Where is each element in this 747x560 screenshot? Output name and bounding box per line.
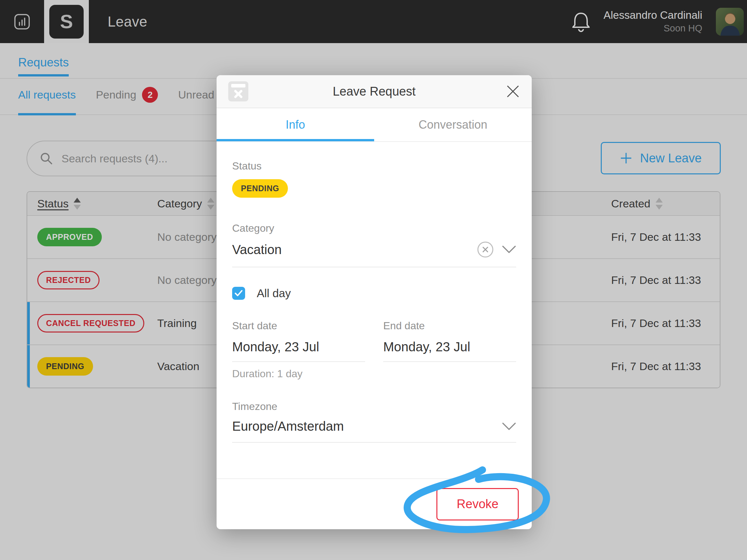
category-select[interactable]: Vacation — [232, 241, 516, 267]
all-day-label: All day — [257, 287, 291, 300]
start-date-field: Start date Monday, 23 Jul Duration: 1 da… — [232, 320, 365, 380]
leave-request-modal: Leave Request Info Conversation Status P… — [216, 75, 532, 529]
start-date-value[interactable]: Monday, 23 Jul — [232, 340, 365, 362]
modal-footer: Revoke — [216, 478, 532, 529]
close-icon — [506, 84, 520, 99]
timezone-select[interactable]: Europe/Amsterdam — [232, 419, 516, 443]
end-date-label: End date — [383, 320, 516, 332]
duration-text: Duration: 1 day — [232, 368, 365, 380]
category-label: Category — [232, 222, 516, 234]
date-range: Start date Monday, 23 Jul Duration: 1 da… — [232, 320, 516, 380]
modal-tabs: Info Conversation — [216, 108, 532, 142]
modal-title: Leave Request — [216, 85, 532, 99]
end-date-field: End date Monday, 23 Jul — [383, 320, 516, 380]
all-day-checkbox[interactable] — [232, 287, 245, 300]
all-day-toggle[interactable]: All day — [232, 287, 291, 300]
modal-close-button[interactable] — [506, 84, 520, 99]
timezone-value: Europe/Amsterdam — [232, 419, 344, 434]
check-icon — [234, 290, 243, 297]
tab-conversation[interactable]: Conversation — [374, 108, 532, 141]
category-value: Vacation — [232, 242, 282, 257]
modal-header: Leave Request — [216, 75, 532, 108]
tab-info[interactable]: Info — [216, 108, 374, 141]
status-label: Status — [232, 160, 516, 172]
end-date-value[interactable]: Monday, 23 Jul — [383, 340, 516, 362]
popout-window-button[interactable] — [228, 81, 248, 102]
chevron-down-icon[interactable] — [502, 422, 516, 431]
clear-circle-icon[interactable] — [476, 241, 494, 258]
revoke-button[interactable]: Revoke — [436, 488, 519, 521]
timezone-label: Timezone — [232, 401, 516, 412]
screen: S Leave Alessandro Cardinali Soon HQ — [0, 0, 747, 560]
window-close-icon — [228, 81, 248, 102]
start-date-label: Start date — [232, 320, 365, 332]
status-badge: PENDING — [232, 179, 288, 198]
modal-body: Status PENDING Category Vacation — [216, 142, 532, 478]
chevron-down-icon[interactable] — [502, 245, 516, 254]
